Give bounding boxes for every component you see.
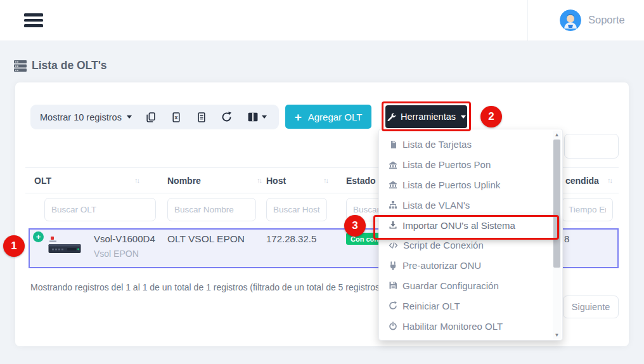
scroll-up-icon[interactable]: ▲ <box>553 131 561 138</box>
menu-item-importar-onus-al-sistema[interactable]: Importar ONU's al Sistema <box>379 215 562 235</box>
row-nombre: OLT VSOL EPON <box>167 233 245 245</box>
refresh-icon <box>389 301 397 310</box>
row-tiempo-encendida: 8 <box>564 233 569 244</box>
datatable-toolbar: Mostrar 10 registros x <box>30 105 279 129</box>
ports-icon <box>389 160 397 169</box>
column-header-olt[interactable]: OLT <box>34 176 51 186</box>
chevron-down-icon <box>461 115 466 119</box>
ports-icon <box>389 180 397 189</box>
annotation-step-2: 2 <box>480 106 502 127</box>
row-olt-type: Vsol EPON <box>94 249 139 259</box>
server-stack-icon <box>14 60 27 72</box>
hamburger-menu-icon[interactable] <box>24 13 43 27</box>
annotation-step-3: 3 <box>344 215 366 237</box>
filter-tiempo-input[interactable] <box>562 198 613 221</box>
column-visibility-button[interactable] <box>240 105 275 129</box>
show-records-dropdown[interactable]: Mostrar 10 registros <box>30 112 138 122</box>
column-header-nombre[interactable]: Nombre <box>167 176 201 186</box>
table-search-input[interactable] <box>564 134 619 159</box>
columns-icon <box>248 112 258 122</box>
code-icon <box>389 241 398 250</box>
next-page-button[interactable]: Siguiente <box>563 296 619 318</box>
tools-dropdown-menu: Lista de Tarjetas Lista de Puertos Pon L… <box>378 129 563 341</box>
user-menu[interactable]: Soporte <box>527 0 644 41</box>
scroll-down-icon[interactable]: ▼ <box>553 331 561 339</box>
column-header-estado[interactable]: Estado <box>346 176 376 186</box>
copy-button[interactable] <box>138 105 164 129</box>
copy-icon <box>146 112 156 122</box>
row-host: 172.28.32.5 <box>266 233 316 244</box>
sort-icon[interactable]: ↑↓ <box>607 176 612 184</box>
wrench-icon <box>387 112 396 121</box>
filter-host-input[interactable] <box>266 198 327 221</box>
user-avatar <box>560 10 581 31</box>
chevron-down-icon <box>262 115 267 119</box>
save-icon <box>389 281 397 290</box>
row-olt-model: Vsol-V1600D4 <box>94 233 155 244</box>
tools-label: Herramientas <box>401 112 456 122</box>
svg-text:x: x <box>174 114 177 120</box>
page-title: Lista de OLT's <box>32 59 107 72</box>
menu-item-lista-de-puertos-uplink[interactable]: Lista de Puertos Uplink <box>379 175 562 195</box>
menu-item-habilitar-monitoreo-olt[interactable]: Habilitar Monitoreo OLT <box>379 316 562 336</box>
olt-device-image <box>48 236 81 256</box>
menu-item-lista-de-vlans[interactable]: Lista de VLAN's <box>379 195 562 215</box>
sort-icon[interactable]: ↑↓ <box>323 176 328 184</box>
records-info: Mostrando registros del 1 al 1 de un tot… <box>30 282 383 292</box>
dropdown-scrollbar[interactable]: ▲ ▼ <box>553 131 561 339</box>
filter-olt-input[interactable] <box>44 198 156 221</box>
menu-item-guardar-configuracion[interactable]: Guardar Configuración <box>379 276 562 296</box>
menu-item-reiniciar-olt[interactable]: Reiniciar OLT <box>379 296 562 316</box>
chevron-down-icon <box>127 115 132 119</box>
column-header-tiempo-encendida[interactable]: cendida <box>565 176 599 186</box>
add-olt-label: Agregar OLT <box>308 112 363 122</box>
annotation-step-1: 1 <box>3 235 25 257</box>
show-records-label: Mostrar 10 registros <box>40 112 122 122</box>
column-header-host[interactable]: Host <box>266 176 286 186</box>
menu-item-lista-de-puertos-pon[interactable]: Lista de Puertos Pon <box>379 155 562 175</box>
plus-icon: + <box>295 111 302 123</box>
export-excel-button[interactable]: x <box>164 105 189 129</box>
sitemap-icon <box>389 200 397 209</box>
filter-nombre-input[interactable] <box>167 198 256 221</box>
sort-icon[interactable]: ↑↓ <box>257 176 261 184</box>
add-olt-button[interactable]: + Agregar OLT <box>285 105 371 129</box>
tools-dropdown-button[interactable]: Herramientas <box>385 105 467 128</box>
export-file-button[interactable] <box>189 105 214 129</box>
menu-item-script-de-conexion[interactable]: Script de Conexión <box>379 235 562 256</box>
menu-item-lista-de-tarjetas[interactable]: Lista de Tarjetas <box>379 134 562 155</box>
top-bar: Soporte <box>0 0 644 41</box>
excel-file-icon: x <box>171 112 181 122</box>
sd-card-icon <box>389 140 397 149</box>
plug-icon <box>389 261 397 270</box>
scrollbar-thumb[interactable] <box>553 140 560 268</box>
expand-row-button[interactable]: + <box>33 231 44 242</box>
power-icon <box>389 322 397 330</box>
support-label: Soporte <box>588 14 625 26</box>
page-header: Lista de OLT's <box>14 59 107 72</box>
reload-table-button[interactable] <box>214 105 240 129</box>
sort-icon[interactable]: ↑↓ <box>134 176 139 184</box>
menu-item-pre-autorizar-onu[interactable]: Pre-autorizar ONU <box>379 256 562 276</box>
document-icon <box>196 112 207 122</box>
refresh-icon <box>221 112 232 122</box>
download-icon <box>389 221 397 230</box>
